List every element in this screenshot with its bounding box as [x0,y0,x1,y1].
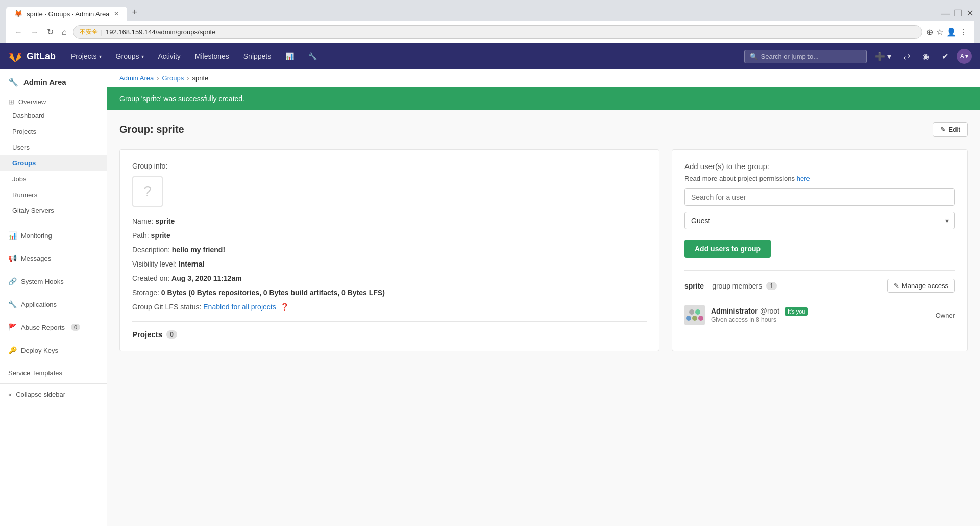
profile-icon[interactable]: 👤 [946,27,957,37]
add-users-button[interactable]: Add users to group [684,240,771,258]
lfs-link[interactable]: Enabled for all projects [203,303,276,311]
overview-section: ⊞ Overview Dashboard Projects Users Grou… [0,91,107,221]
search-user-input[interactable] [684,188,955,206]
browser-actions: ⊕ ☆ 👤 ⋮ [926,27,968,37]
forward-button[interactable]: → [29,27,41,38]
deploy-keys-section: 🔑 Deploy Keys [0,340,107,358]
nav-merge-requests-icon[interactable]: ⇄ [899,49,914,64]
role-select-wrap: Guest Reporter Developer Maintainer Owne… [684,212,955,229]
sidebar-item-projects[interactable]: Projects [0,124,107,139]
minimize-button[interactable]: — [941,8,950,19]
abuse-reports-icon: 🚩 [8,323,17,331]
sidebar-item-jobs[interactable]: Jobs [0,171,107,187]
nav-snippets[interactable]: Snippets [236,43,278,69]
collapse-sidebar-button[interactable]: « Collapse sidebar [0,386,107,403]
path-value: sprite [151,231,170,240]
system-hooks-section-header[interactable]: 🔗 System Hooks [0,273,107,288]
member-role: Owner [936,312,955,319]
nav-plus-button[interactable]: ➕ ▾ [871,49,895,64]
path-label: Path: [132,231,149,240]
reload-button[interactable]: ↻ [45,26,56,38]
lfs-help-icon[interactable]: ❓ [280,303,289,311]
menu-icon[interactable]: ⋮ [960,27,968,37]
description-value: hello my friend! [172,246,225,254]
success-message: Group 'sprite' was successfully created. [119,94,244,103]
new-tab-button[interactable]: + [127,4,143,21]
tab-favicon: 🦊 [14,10,22,18]
app-body: 🔧 Admin Area ⊞ Overview Dashboard Projec… [0,69,980,526]
nav-activity[interactable]: Activity [151,43,188,69]
browser-chrome: 🦊 sprite · Groups · Admin Area ✕ + — ☐ ✕… [0,0,980,43]
nav-projects[interactable]: Projects ▾ [64,43,109,69]
nav-search[interactable]: 🔍 [744,50,867,63]
translate-icon[interactable]: ⊕ [926,27,933,37]
window-controls: — ☐ ✕ [941,8,974,21]
breadcrumb: Admin Area › Groups › sprite [107,69,980,87]
right-panel-card: Add user(s) to the group: Read more abou… [672,149,968,351]
manage-access-label: Manage access [902,282,948,290]
deploy-keys-label: Deploy Keys [21,347,58,354]
created-value: Aug 3, 2020 11:12am [172,274,242,282]
permissions-link[interactable]: here [797,175,810,182]
breadcrumb-current: sprite [192,74,209,82]
messages-label: Messages [21,255,51,262]
maximize-button[interactable]: ☐ [954,8,962,19]
gitlab-logo[interactable]: GitLab [8,49,56,63]
projects-section: Projects 0 [132,321,647,339]
members-title-wrap: sprite group members 1 [684,282,777,290]
monitoring-label: Monitoring [21,232,52,240]
members-label-text: group members [712,282,762,290]
active-tab[interactable]: 🦊 sprite · Groups · Admin Area ✕ [6,7,127,21]
projects-label: Projects [132,330,162,339]
svg-point-4 [686,316,691,321]
name-label: Name: [132,217,153,225]
nav-user-avatar[interactable]: A ▾ [957,49,972,64]
address-bar[interactable]: 不安全 | 192.168.159.144/admin/groups/sprit… [73,25,922,39]
abuse-reports-section-header[interactable]: 🚩 Abuse Reports 0 [0,319,107,333]
close-window-button[interactable]: ✕ [966,8,974,19]
storage-value: 0 Bytes (0 Bytes repositories, 0 Bytes b… [161,289,385,297]
manage-access-button[interactable]: ✎ Manage access [887,279,955,293]
breadcrumb-sep-1: › [157,74,159,82]
sidebar-item-groups[interactable]: Groups [0,155,107,171]
sidebar: 🔧 Admin Area ⊞ Overview Dashboard Projec… [0,69,107,526]
nav-issues-icon[interactable]: ◉ [918,49,934,64]
deploy-keys-section-header[interactable]: 🔑 Deploy Keys [0,342,107,356]
bookmark-icon[interactable]: ☆ [936,27,943,37]
messages-section-header[interactable]: 📢 Messages [0,250,107,265]
home-button[interactable]: ⌂ [60,27,69,38]
edit-button[interactable]: ✎ Edit [933,122,968,137]
nav-chart-icon[interactable]: 📊 [278,43,301,69]
nav-menu: Projects ▾ Groups ▾ Activity Milestones … [64,43,324,69]
role-select[interactable]: Guest Reporter Developer Maintainer Owne… [684,212,955,229]
sidebar-item-dashboard[interactable]: Dashboard [0,108,107,124]
breadcrumb-groups[interactable]: Groups [162,74,184,82]
breadcrumb-admin-area[interactable]: Admin Area [119,74,154,82]
add-users-section: Add user(s) to the group: Read more abou… [684,162,955,258]
nav-todos-icon[interactable]: ✔ [938,49,952,64]
back-button[interactable]: ← [12,27,24,38]
sidebar-header: 🔧 Admin Area [0,69,107,91]
sidebar-item-runners[interactable]: Runners [0,187,107,203]
nav-settings-icon[interactable]: 🔧 [301,43,324,69]
avatar-placeholder-icon: ? [143,183,152,200]
service-templates-label: Service Templates [8,369,62,377]
sidebar-item-users[interactable]: Users [0,139,107,155]
search-input[interactable] [761,53,861,60]
nav-milestones[interactable]: Milestones [188,43,236,69]
deploy-keys-icon: 🔑 [8,346,17,354]
member-avatar [684,305,705,325]
nav-groups[interactable]: Groups ▾ [109,43,151,69]
member-info: Administrator @root It's you Given acces… [711,307,929,323]
applications-section-header[interactable]: 🔧 Applications [0,296,107,310]
gitlab-logo-text: GitLab [27,51,56,62]
projects-header: Projects 0 [132,330,647,339]
description-row: Description: hello my friend! [132,246,647,254]
monitoring-section-header[interactable]: 📊 Monitoring [0,227,107,242]
overview-section-header: ⊞ Overview [0,93,107,108]
sidebar-divider-5 [0,315,107,315]
close-tab-button[interactable]: ✕ [114,10,119,17]
name-row: Name: sprite [132,217,647,225]
service-templates-section-header[interactable]: Service Templates [0,365,107,379]
sidebar-item-gitaly-servers[interactable]: Gitaly Servers [0,203,107,219]
